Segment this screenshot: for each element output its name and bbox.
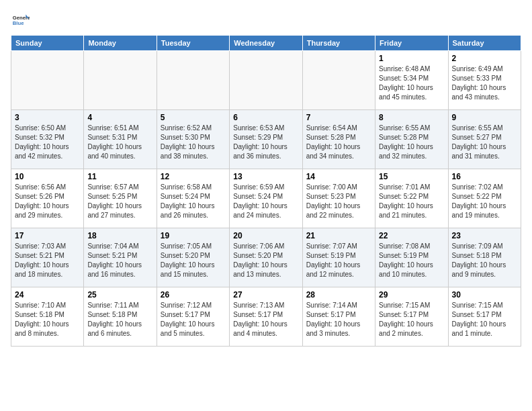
day-info: Sunrise: 6:56 AM Sunset: 5:26 PM Dayligh… [15,183,80,220]
calendar-cell: 5Sunrise: 6:52 AM Sunset: 5:30 PM Daylig… [157,110,229,169]
calendar-cell: 19Sunrise: 7:05 AM Sunset: 5:20 PM Dayli… [157,228,229,287]
day-number: 24 [15,290,80,300]
day-number: 29 [379,290,444,300]
day-info: Sunrise: 7:10 AM Sunset: 5:18 PM Dayligh… [15,301,80,338]
day-info: Sunrise: 7:00 AM Sunset: 5:23 PM Dayligh… [306,183,371,220]
day-info: Sunrise: 6:53 AM Sunset: 5:29 PM Dayligh… [233,124,298,161]
day-info: Sunrise: 7:03 AM Sunset: 5:21 PM Dayligh… [15,242,80,279]
day-info: Sunrise: 6:59 AM Sunset: 5:24 PM Dayligh… [233,183,298,220]
calendar-header-thursday: Thursday [302,36,375,51]
day-info: Sunrise: 7:14 AM Sunset: 5:17 PM Dayligh… [306,301,371,338]
calendar-cell: 28Sunrise: 7:14 AM Sunset: 5:17 PM Dayli… [302,287,375,347]
calendar-cell: 4Sunrise: 6:51 AM Sunset: 5:31 PM Daylig… [84,110,157,169]
calendar-week-4: 17Sunrise: 7:03 AM Sunset: 5:21 PM Dayli… [11,228,521,287]
logo: General Blue [11,11,30,30]
day-number: 13 [233,172,298,181]
day-number: 7 [306,113,371,122]
calendar-cell [11,51,84,110]
day-info: Sunrise: 6:52 AM Sunset: 5:30 PM Dayligh… [161,124,226,161]
calendar-cell: 15Sunrise: 7:01 AM Sunset: 5:22 PM Dayli… [375,169,448,228]
day-number: 11 [87,172,152,181]
day-number: 2 [452,54,517,63]
calendar-header-saturday: Saturday [448,36,521,51]
day-info: Sunrise: 7:06 AM Sunset: 5:20 PM Dayligh… [233,242,298,279]
calendar-week-5: 24Sunrise: 7:10 AM Sunset: 5:18 PM Dayli… [11,287,521,347]
calendar-cell: 1Sunrise: 6:48 AM Sunset: 5:34 PM Daylig… [375,51,448,110]
day-info: Sunrise: 6:54 AM Sunset: 5:28 PM Dayligh… [306,124,371,161]
day-number: 14 [306,172,371,181]
day-number: 27 [233,290,298,300]
day-number: 22 [379,231,444,240]
calendar-cell: 3Sunrise: 6:50 AM Sunset: 5:32 PM Daylig… [11,110,84,169]
day-number: 9 [452,113,517,122]
calendar-cell: 16Sunrise: 7:02 AM Sunset: 5:22 PM Dayli… [448,169,521,228]
calendar-cell: 8Sunrise: 6:55 AM Sunset: 5:28 PM Daylig… [375,110,448,169]
day-info: Sunrise: 7:13 AM Sunset: 5:17 PM Dayligh… [233,301,298,338]
calendar-cell [157,51,229,110]
day-number: 16 [452,172,517,181]
day-info: Sunrise: 7:01 AM Sunset: 5:22 PM Dayligh… [379,183,444,220]
calendar-header-row: SundayMondayTuesdayWednesdayThursdayFrid… [11,36,521,51]
day-number: 5 [161,113,226,122]
day-number: 25 [87,290,152,300]
calendar-cell: 11Sunrise: 6:57 AM Sunset: 5:25 PM Dayli… [84,169,157,228]
calendar-cell: 20Sunrise: 7:06 AM Sunset: 5:20 PM Dayli… [230,228,302,287]
calendar-header-wednesday: Wednesday [230,36,302,51]
day-number: 20 [233,231,298,240]
day-number: 6 [233,113,298,122]
logo-icon: General Blue [11,11,30,30]
calendar-body: 1Sunrise: 6:48 AM Sunset: 5:34 PM Daylig… [11,51,521,347]
day-info: Sunrise: 7:09 AM Sunset: 5:18 PM Dayligh… [452,242,517,279]
day-number: 15 [379,172,444,181]
calendar-cell: 7Sunrise: 6:54 AM Sunset: 5:28 PM Daylig… [302,110,375,169]
calendar-cell: 14Sunrise: 7:00 AM Sunset: 5:23 PM Dayli… [302,169,375,228]
calendar-cell: 25Sunrise: 7:11 AM Sunset: 5:18 PM Dayli… [84,287,157,347]
page-header: General Blue [11,11,521,30]
day-number: 23 [452,231,517,240]
day-info: Sunrise: 6:50 AM Sunset: 5:32 PM Dayligh… [15,124,80,161]
calendar-cell [84,51,157,110]
day-info: Sunrise: 7:15 AM Sunset: 5:17 PM Dayligh… [379,301,444,338]
calendar-cell: 27Sunrise: 7:13 AM Sunset: 5:17 PM Dayli… [230,287,302,347]
day-info: Sunrise: 7:04 AM Sunset: 5:21 PM Dayligh… [87,242,152,279]
day-info: Sunrise: 7:08 AM Sunset: 5:19 PM Dayligh… [379,242,444,279]
calendar-cell: 12Sunrise: 6:58 AM Sunset: 5:24 PM Dayli… [157,169,229,228]
day-number: 12 [161,172,226,181]
calendar-table: SundayMondayTuesdayWednesdayThursdayFrid… [11,35,521,347]
calendar-cell: 9Sunrise: 6:55 AM Sunset: 5:27 PM Daylig… [448,110,521,169]
calendar-week-3: 10Sunrise: 6:56 AM Sunset: 5:26 PM Dayli… [11,169,521,228]
day-info: Sunrise: 6:55 AM Sunset: 5:28 PM Dayligh… [379,124,444,161]
calendar-header-monday: Monday [84,36,157,51]
day-info: Sunrise: 6:51 AM Sunset: 5:31 PM Dayligh… [87,124,152,161]
day-number: 8 [379,113,444,122]
calendar-cell: 6Sunrise: 6:53 AM Sunset: 5:29 PM Daylig… [230,110,302,169]
day-info: Sunrise: 6:58 AM Sunset: 5:24 PM Dayligh… [161,183,226,220]
day-number: 3 [15,113,80,122]
calendar-cell [302,51,375,110]
calendar-cell: 13Sunrise: 6:59 AM Sunset: 5:24 PM Dayli… [230,169,302,228]
calendar-cell: 2Sunrise: 6:49 AM Sunset: 5:33 PM Daylig… [448,51,521,110]
day-info: Sunrise: 7:15 AM Sunset: 5:17 PM Dayligh… [452,301,517,338]
day-info: Sunrise: 7:12 AM Sunset: 5:17 PM Dayligh… [161,301,226,338]
day-number: 1 [379,54,444,63]
day-number: 19 [161,231,226,240]
calendar-cell [230,51,302,110]
day-number: 21 [306,231,371,240]
day-info: Sunrise: 6:55 AM Sunset: 5:27 PM Dayligh… [452,124,517,161]
svg-text:Blue: Blue [13,20,24,26]
calendar-cell: 17Sunrise: 7:03 AM Sunset: 5:21 PM Dayli… [11,228,84,287]
calendar-cell: 29Sunrise: 7:15 AM Sunset: 5:17 PM Dayli… [375,287,448,347]
calendar-header-tuesday: Tuesday [157,36,229,51]
calendar-header-friday: Friday [375,36,448,51]
day-number: 17 [15,231,80,240]
calendar-week-2: 3Sunrise: 6:50 AM Sunset: 5:32 PM Daylig… [11,110,521,169]
day-info: Sunrise: 7:02 AM Sunset: 5:22 PM Dayligh… [452,183,517,220]
day-number: 10 [15,172,80,181]
day-info: Sunrise: 7:07 AM Sunset: 5:19 PM Dayligh… [306,242,371,279]
day-number: 18 [87,231,152,240]
day-info: Sunrise: 7:11 AM Sunset: 5:18 PM Dayligh… [87,301,152,338]
day-number: 28 [306,290,371,300]
calendar-cell: 23Sunrise: 7:09 AM Sunset: 5:18 PM Dayli… [448,228,521,287]
calendar-cell: 24Sunrise: 7:10 AM Sunset: 5:18 PM Dayli… [11,287,84,347]
calendar-header-sunday: Sunday [11,36,84,51]
